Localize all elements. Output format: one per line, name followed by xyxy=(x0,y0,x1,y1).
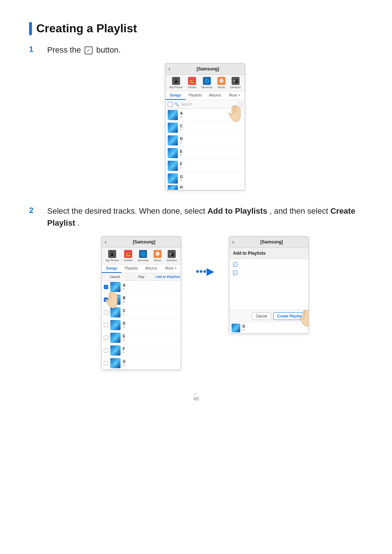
s2-song-subletter-a: A xyxy=(123,287,179,291)
hand-cursor-2 xyxy=(103,291,118,311)
services-icon: 🌐 xyxy=(203,77,211,85)
s2-song-item-b: ✓ ♪ B B xyxy=(102,294,181,306)
s2-checkbox-g[interactable] xyxy=(104,361,108,365)
song-letter-d: D xyxy=(180,137,242,141)
step-1-mockup-row: ‹ [Samsung] 📱 My Phone 📻 TuneIn 🌐 xyxy=(47,63,363,190)
song-subletter-c: C xyxy=(180,128,242,131)
atp-footer: Cancel Create Playlist xyxy=(229,310,309,322)
song-thumb-d: ♪ xyxy=(168,135,178,145)
s2-song-subletter-b: B xyxy=(123,300,179,303)
song-thumb-a: ♪ xyxy=(168,110,178,120)
song-letter-f: F xyxy=(180,162,242,166)
song-item-g: ♪ G G xyxy=(166,172,245,185)
page-dots: •• xyxy=(29,392,363,396)
s2-song-info-b: B B xyxy=(123,296,179,303)
s2-song-info-g: G G xyxy=(123,360,179,367)
step-1-text-before: Press the xyxy=(47,45,81,54)
step-1-text: Press the ✓ button. xyxy=(47,44,363,56)
s2-checkbox-d[interactable] xyxy=(104,323,108,327)
s2-song-subletter-d: D xyxy=(123,325,179,329)
tab-my-phone[interactable]: 📱 My Phone xyxy=(170,77,183,89)
s2-tab-playlists[interactable]: Playlists xyxy=(122,264,142,273)
play-action-btn[interactable]: Play xyxy=(128,273,155,280)
atp-song-thumb: ♪ xyxy=(232,324,240,332)
s2-music-icon: 🅐 xyxy=(154,250,162,258)
screen2-nav-tabs: Songs Playlists Albums More + xyxy=(102,264,181,273)
s2-tab-my-phone-label: My Phone xyxy=(106,259,119,262)
search-checkbox[interactable] xyxy=(168,102,173,107)
screen2-back-button[interactable]: ‹ xyxy=(105,239,106,245)
cancel-action-btn[interactable]: Cancel xyxy=(102,273,128,280)
tab-tunein-label: TuneIn xyxy=(187,86,196,89)
s2-song-item-e: ♪ E E xyxy=(102,332,181,344)
tab-devices[interactable]: 📲 Devices xyxy=(230,77,241,89)
screen1-title: [Samsung] xyxy=(174,66,242,71)
s2-song-letter-c: C xyxy=(123,309,179,313)
s2-tab-services[interactable]: 🌐 Services xyxy=(138,250,149,262)
tab-songs-active[interactable]: Songs xyxy=(166,91,185,100)
song-info-h: H xyxy=(180,185,242,189)
screen2-song-list: ✓ ♪ A A ✓ ♪ B B xyxy=(102,281,181,370)
step-2-text-main: Select the desired tracks. When done, se… xyxy=(47,206,207,216)
my-phone-icon: 📱 xyxy=(172,77,180,85)
s2-tab-albums[interactable]: Albums xyxy=(141,264,161,273)
s2-tab-devices[interactable]: 📲 Devices xyxy=(167,250,177,262)
s2-song-info-c: C C xyxy=(123,309,179,316)
atp-item-2: ✓ xyxy=(231,269,307,277)
song-info-d: D D xyxy=(180,137,242,144)
atp-checkbox-1[interactable]: ✓ xyxy=(233,262,237,267)
s2-tab-songs[interactable]: Songs xyxy=(102,264,122,273)
atp-checkbox-2[interactable]: ✓ xyxy=(233,271,237,275)
s2-song-subletter-g: G xyxy=(123,364,179,367)
s2-tab-tunein[interactable]: 📻 TuneIn xyxy=(124,250,133,262)
tunein-icon: 📻 xyxy=(188,77,196,85)
screen2-title: [Samsung] xyxy=(110,239,178,245)
s2-tab-music[interactable]: 🅐 Music xyxy=(154,250,162,262)
tab-tunein[interactable]: 📻 TuneIn xyxy=(187,77,196,89)
screen1-back-button[interactable]: ‹ xyxy=(168,66,170,72)
song-thumb-c: ♪ xyxy=(168,123,178,133)
song-subletter-f: F xyxy=(180,166,242,169)
screen3-back-button[interactable]: ‹ xyxy=(232,239,234,245)
s2-song-letter-f: F xyxy=(123,347,179,351)
screen2-header: ‹ [Samsung] xyxy=(102,237,181,248)
s2-checkbox-e[interactable] xyxy=(104,336,108,340)
s2-song-thumb-g: ♪ xyxy=(110,358,121,368)
step-2-content: Select the desired tracks. When done, se… xyxy=(47,205,363,370)
music-icon: 🅐 xyxy=(217,77,225,85)
song-info-f: F F xyxy=(180,162,242,169)
s2-song-info-d: D D xyxy=(123,321,179,329)
screen2-action-bar: Cancel Play Add to Playlists xyxy=(102,273,181,281)
song-info-c: C C xyxy=(180,124,242,131)
step-2-text: Select the desired tracks. When done, se… xyxy=(47,205,363,229)
tab-playlists[interactable]: Playlists xyxy=(185,91,205,100)
s2-tab-more[interactable]: More + xyxy=(161,264,181,273)
s2-song-thumb-f: ♪ xyxy=(110,345,121,356)
s2-checkbox-f[interactable] xyxy=(104,348,108,353)
song-thumb-e: ♪ xyxy=(168,148,178,158)
song-item-h: ♪ H xyxy=(166,185,245,190)
tab-services[interactable]: 🌐 Services xyxy=(201,77,213,89)
tab-albums[interactable]: Albums xyxy=(205,91,225,100)
s2-song-letter-d: D xyxy=(123,321,179,325)
tab-more[interactable]: More + xyxy=(225,91,245,100)
song-letter-e: E xyxy=(180,149,242,153)
song-item-d: ♪ D D xyxy=(166,134,245,147)
song-letter-h: H xyxy=(180,185,242,189)
s2-tab-my-phone[interactable]: 📱 My Phone xyxy=(106,250,119,262)
atp-cancel-button[interactable]: Cancel xyxy=(252,312,271,320)
s2-checkbox-a[interactable]: ✓ xyxy=(104,285,108,289)
step-2-bold-add: Add to Playlists xyxy=(207,206,267,216)
add-to-playlists-btn[interactable]: Add to Playlists xyxy=(155,273,181,280)
s2-tab-devices-label: Devices xyxy=(167,259,177,262)
song-thumb-h: ♪ xyxy=(168,185,178,190)
section-title: Creating a Playlist xyxy=(36,22,137,35)
step-2-mockup-row: ‹ [Samsung] 📱 My Phone 📻 TuneIn 🌐 Servic… xyxy=(47,236,363,370)
s2-tunein-icon: 📻 xyxy=(124,250,132,258)
check-icon-inline: ✓ xyxy=(85,46,93,54)
s2-song-letter-e: E xyxy=(123,334,179,338)
s2-song-subletter-f: F xyxy=(123,351,179,354)
tab-music[interactable]: 🅐 Music xyxy=(217,77,225,89)
s2-song-item-f: ♪ F F xyxy=(102,344,181,357)
song-thumb-f: ♪ xyxy=(168,161,178,171)
